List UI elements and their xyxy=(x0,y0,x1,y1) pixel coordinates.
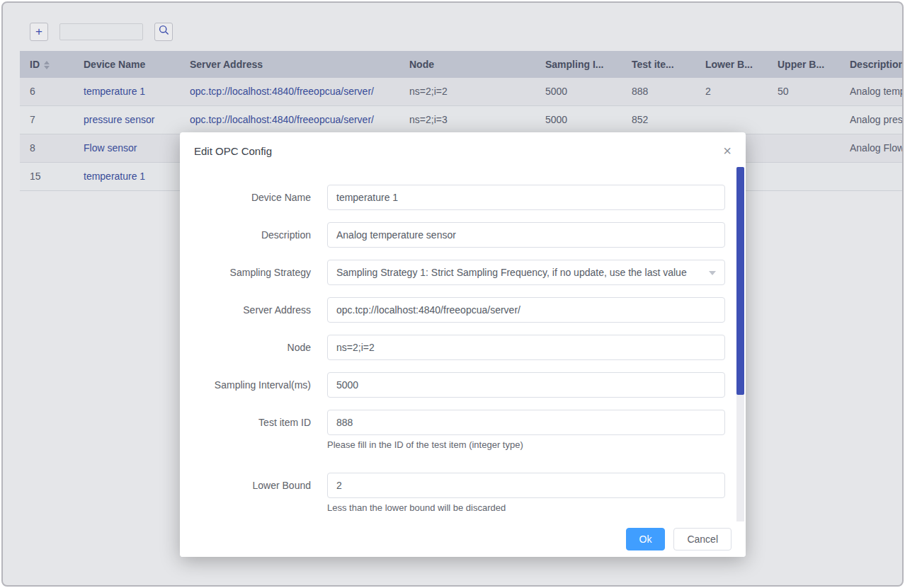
field-label: Description xyxy=(180,222,311,248)
field-node: Node xyxy=(180,335,746,360)
field-label: Sampling Strategy xyxy=(180,260,311,285)
edit-opc-config-dialog: Edit OPC Config × Device Name Descriptio… xyxy=(180,132,746,557)
device-name-input[interactable] xyxy=(327,185,725,210)
dialog-title: Edit OPC Config xyxy=(194,145,272,157)
field-sampling-interval: Sampling Interval(ms) xyxy=(180,372,746,398)
dialog-header: Edit OPC Config × xyxy=(180,132,746,169)
cancel-button[interactable]: Cancel xyxy=(673,528,732,550)
lower-bound-input[interactable] xyxy=(327,473,725,498)
field-label: Sampling Interval(ms) xyxy=(180,372,311,398)
field-sampling-strategy: Sampling Strategy Sampling Strategy 1: S… xyxy=(180,260,746,285)
field-label: Device Name xyxy=(180,185,311,210)
helper-text: Less than the lower bound will be discar… xyxy=(327,502,725,513)
description-input[interactable] xyxy=(327,222,725,248)
field-lower-bound: Lower Bound Less than the lower bound wi… xyxy=(180,473,746,521)
test-item-id-input[interactable] xyxy=(327,410,725,435)
dialog-body: Device Name Description Sampling Strateg… xyxy=(180,169,746,521)
dialog-scrollbar-thumb[interactable] xyxy=(736,167,744,395)
server-address-input[interactable] xyxy=(327,297,725,323)
sampling-interval-input[interactable] xyxy=(327,372,725,398)
field-label: Test item ID xyxy=(180,410,311,435)
dialog-footer: Ok Cancel xyxy=(180,521,746,557)
app-window: + ID Device Name Server Address Node Sam… xyxy=(1,1,904,587)
field-description: Description xyxy=(180,222,746,248)
field-server-address: Server Address xyxy=(180,297,746,323)
chevron-down-icon xyxy=(709,271,716,275)
selected-option-label: Sampling Strategy 1: Strict Sampling Fre… xyxy=(336,267,687,278)
node-input[interactable] xyxy=(327,335,725,360)
sampling-strategy-select[interactable]: Sampling Strategy 1: Strict Sampling Fre… xyxy=(327,260,725,285)
close-icon[interactable]: × xyxy=(723,144,732,158)
field-test-item-id: Test item ID Please fill in the ID of th… xyxy=(180,410,746,461)
ok-button[interactable]: Ok xyxy=(626,528,666,550)
field-label: Server Address xyxy=(180,297,311,323)
field-device-name: Device Name xyxy=(180,185,746,210)
dialog-scrollbar-track[interactable] xyxy=(736,167,744,526)
field-label: Node xyxy=(180,335,311,360)
field-label: Lower Bound xyxy=(180,473,311,498)
helper-text: Please fill in the ID of the test item (… xyxy=(327,439,725,450)
